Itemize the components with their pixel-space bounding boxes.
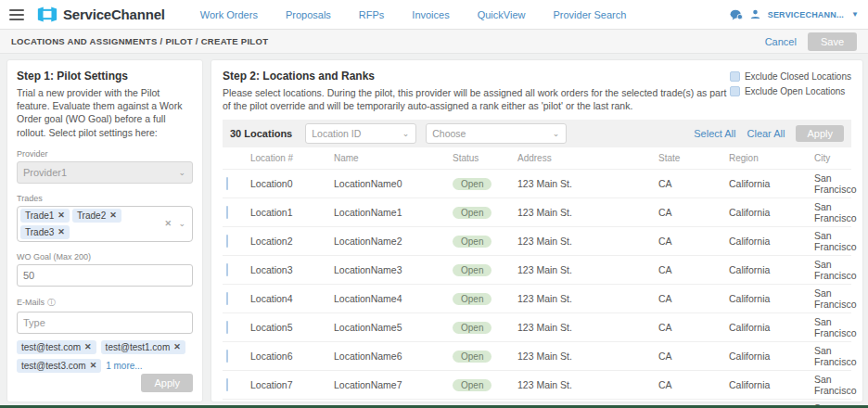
table-row[interactable]: Location6 LocationName6 Open 123 Main St…	[223, 342, 851, 371]
step1-panel: Step 1: Pilot Settings Trial a new provi…	[7, 60, 202, 402]
email-chips: test@test.com ✕ test@test1.com ✕ test@te…	[17, 340, 193, 373]
chevron-down-icon: ⌄	[553, 129, 560, 138]
cell-state: CA	[655, 227, 725, 256]
cell-city: San Francisco	[811, 371, 851, 400]
nav-proposals[interactable]: Proposals	[286, 9, 331, 20]
locations-table: Location # Name Status Address State Reg…	[223, 147, 851, 408]
cell-name: LocationName7	[330, 371, 449, 400]
row-checkbox[interactable]	[226, 177, 228, 190]
cell-region: California	[725, 342, 811, 371]
select-all-link[interactable]: Select All	[694, 128, 735, 139]
cell-region: California	[725, 256, 811, 285]
nav-quickview[interactable]: QuickView	[478, 9, 526, 20]
table-row[interactable]: Location7 LocationName7 Open 123 Main St…	[223, 371, 851, 400]
checkbox-icon[interactable]	[730, 86, 740, 96]
col-location-number: Location #	[247, 147, 330, 170]
row-checkbox[interactable]	[226, 350, 228, 363]
row-checkbox[interactable]	[226, 378, 228, 391]
cell-region: California	[725, 227, 811, 256]
table-row[interactable]: Location3 LocationName3 Open 123 Main St…	[223, 256, 851, 285]
provider-select[interactable]: Provider1 ⌄	[17, 161, 193, 184]
remove-email-icon[interactable]: ✕	[173, 342, 181, 351]
cell-location-number: Location5	[247, 313, 330, 342]
checkbox-icon[interactable]	[730, 71, 740, 82]
hamburger-menu-icon[interactable]	[9, 9, 24, 20]
chevron-down-icon: ⌄	[178, 168, 185, 177]
exclude-open-checkbox[interactable]: Exclude Open Locations	[730, 86, 851, 96]
wo-goal-label: WO Goal (Max 200)	[17, 252, 193, 261]
cell-name: LocationName4	[330, 285, 449, 313]
clear-all-link[interactable]: Clear All	[747, 128, 785, 139]
emails-label-text: E-Mails	[17, 298, 45, 307]
exclude-closed-checkbox[interactable]: Exclude Closed Locations	[730, 71, 851, 82]
filter-choose-select[interactable]: Choose ⌄	[426, 123, 567, 144]
cell-location-number: Location2	[247, 227, 330, 256]
cell-address: 123 Main St.	[514, 313, 655, 342]
chat-icon[interactable]	[730, 9, 743, 20]
info-icon[interactable]: ⓘ	[47, 297, 56, 309]
brand-logo[interactable]: ServiceChannel	[37, 6, 165, 22]
remove-trade-icon[interactable]: ✕	[57, 210, 65, 220]
top-navbar: ServiceChannel Work Orders Proposals RFP…	[0, 0, 868, 30]
save-button[interactable]: Save	[808, 32, 857, 51]
col-status: Status	[449, 147, 514, 170]
status-badge: Open	[453, 351, 491, 363]
locations-apply-button[interactable]: Apply	[796, 125, 844, 142]
nav-invoices[interactable]: Invoices	[412, 9, 449, 20]
remove-email-icon[interactable]: ✕	[84, 342, 92, 351]
chevron-down-icon: ⌄	[402, 129, 410, 138]
table-row[interactable]: Location0 LocationName0 Open 123 Main St…	[223, 170, 851, 198]
status-badge: Open	[453, 178, 491, 190]
remove-email-icon[interactable]: ✕	[90, 361, 97, 370]
cancel-button[interactable]: Cancel	[765, 36, 797, 47]
chevron-down-icon[interactable]: ⌄	[178, 219, 185, 228]
remove-trade-icon[interactable]: ✕	[57, 227, 65, 236]
row-checkbox[interactable]	[226, 292, 228, 305]
trade-chip-label: Trade1	[25, 210, 54, 221]
table-row[interactable]: Location4 LocationName4 Open 123 Main St…	[223, 285, 851, 313]
row-checkbox[interactable]	[226, 263, 228, 276]
cell-city: San Francisco	[811, 198, 851, 227]
row-checkbox[interactable]	[226, 235, 228, 248]
clear-trades-icon[interactable]: ✕	[164, 219, 172, 228]
col-state: State	[655, 147, 725, 170]
exclude-closed-label: Exclude Closed Locations	[745, 71, 851, 82]
cell-city: San Francisco	[811, 342, 851, 371]
trade-chip: Trade2 ✕	[72, 209, 121, 223]
cell-name: LocationName0	[330, 170, 449, 198]
email-chip: test@test3.com ✕	[17, 359, 101, 373]
table-row[interactable]: Location2 LocationName2 Open 123 Main St…	[223, 227, 851, 256]
row-checkbox[interactable]	[226, 321, 228, 334]
filter-location-id-select[interactable]: Location ID ⌄	[305, 123, 416, 144]
cell-name: LocationName6	[330, 342, 449, 371]
trade-chip-label: Trade3	[25, 227, 54, 237]
step1-apply-button[interactable]: Apply	[141, 374, 193, 392]
table-row[interactable]: Location5 LocationName5 Open 123 Main St…	[223, 313, 851, 342]
step2-panel: Step 2: Locations and Ranks Please selec…	[211, 60, 862, 402]
status-badge: Open	[453, 207, 491, 219]
cell-address: 123 Main St.	[514, 170, 655, 198]
more-emails-link[interactable]: 1 more...	[106, 361, 142, 371]
status-badge: Open	[453, 236, 491, 248]
provider-select-value: Provider1	[23, 167, 67, 178]
chevron-down-icon[interactable]: ▼	[851, 10, 859, 19]
cell-address: 123 Main St.	[514, 342, 655, 371]
table-row[interactable]: Location1 LocationName1 Open 123 Main St…	[223, 198, 851, 227]
nav-rfps[interactable]: RFPs	[359, 9, 385, 20]
email-chip-label: test@test1.com	[106, 342, 171, 352]
remove-trade-icon[interactable]: ✕	[109, 210, 117, 220]
trade-chip-label: Trade2	[77, 210, 106, 221]
trades-multiselect[interactable]: Trade1 ✕ Trade2 ✕ Trade3 ✕ ✕ ⌄	[17, 206, 193, 242]
cell-name: LocationName5	[330, 313, 449, 342]
nav-work-orders[interactable]: Work Orders	[200, 9, 258, 20]
cell-name: LocationName3	[330, 256, 449, 285]
cell-address: 123 Main St.	[514, 285, 655, 313]
emails-input[interactable]	[17, 312, 193, 334]
cell-region: California	[725, 170, 811, 198]
wo-goal-input[interactable]	[17, 264, 193, 287]
nav-provider-search[interactable]: Provider Search	[553, 9, 626, 20]
filter-location-id-value: Location ID	[312, 128, 361, 139]
user-account-dropdown[interactable]: SERVICECHANN...	[768, 10, 844, 19]
step2-title: Step 2: Locations and Ranks	[223, 70, 730, 83]
row-checkbox[interactable]	[226, 206, 228, 219]
